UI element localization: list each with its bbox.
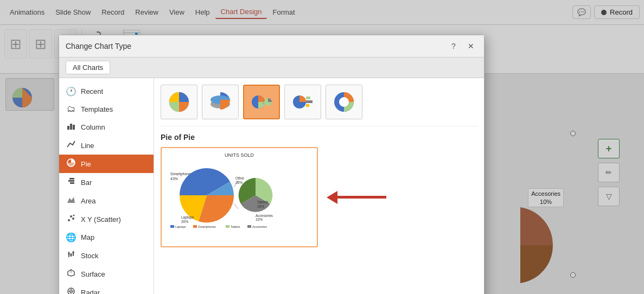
svg-text:Laptops: Laptops xyxy=(175,225,186,228)
chart-type-surface[interactable]: Surface xyxy=(59,265,154,283)
svg-text:20%: 20% xyxy=(181,220,188,223)
arrow-head-left xyxy=(327,191,337,204)
svg-text:10%: 10% xyxy=(256,218,263,221)
svg-text:Other: Other xyxy=(235,176,245,180)
subtype-pie-of-pie[interactable] xyxy=(243,85,280,119)
svg-text:Tablets: Tablets xyxy=(257,200,269,204)
templates-icon: 🗂 xyxy=(66,104,76,114)
chart-type-list: 🕐 Recent 🗂 Templates Column Line xyxy=(59,78,154,294)
chart-type-area[interactable]: Area xyxy=(59,191,154,210)
pie-icon xyxy=(66,158,76,169)
svg-rect-4 xyxy=(73,125,75,130)
chart-type-line[interactable]: Line xyxy=(59,136,154,155)
svg-text:Laptops: Laptops xyxy=(181,215,194,220)
svg-marker-10 xyxy=(67,197,75,203)
chart-type-templates[interactable]: 🗂 Templates xyxy=(59,100,154,118)
chart-type-line-label: Line xyxy=(81,142,94,150)
radar-icon xyxy=(66,287,76,294)
dialog-body: 🕐 Recent 🗂 Templates Column Line xyxy=(59,78,484,294)
svg-point-43 xyxy=(339,97,349,107)
chart-type-radar-label: Radar xyxy=(81,289,100,295)
subtype-donut[interactable] xyxy=(326,85,362,119)
svg-text:Tablets: Tablets xyxy=(231,225,240,228)
chart-type-templates-label: Templates xyxy=(81,105,113,113)
recent-icon: 🕐 xyxy=(66,86,76,97)
svg-point-12 xyxy=(70,215,72,218)
svg-rect-3 xyxy=(70,124,72,130)
chart-type-scatter-label: X Y (Scatter) xyxy=(81,215,121,223)
dialog-title-bar: Change Chart Type ? ✕ xyxy=(59,35,484,57)
svg-text:Accesories: Accesories xyxy=(256,214,273,218)
chart-type-pie-label: Pie xyxy=(81,160,91,168)
chart-type-column[interactable]: Column xyxy=(59,118,154,136)
svg-text:26%: 26% xyxy=(235,181,243,184)
svg-point-13 xyxy=(72,218,74,220)
change-chart-type-dialog: Change Chart Type ? ✕ All Charts 🕐 Recen… xyxy=(59,35,484,294)
svg-text:43%: 43% xyxy=(170,177,178,181)
dialog-title: Change Chart Type xyxy=(66,42,131,50)
area-icon xyxy=(66,195,76,206)
svg-rect-41 xyxy=(306,104,309,107)
preview-arrow xyxy=(327,191,386,204)
chart-type-column-label: Column xyxy=(81,123,105,131)
chart-type-radar[interactable]: Radar xyxy=(59,283,154,294)
svg-text:Accesories: Accesories xyxy=(252,225,267,228)
svg-rect-39 xyxy=(306,97,310,99)
svg-rect-9 xyxy=(70,182,74,184)
scatter-icon xyxy=(66,214,76,225)
svg-rect-62 xyxy=(247,225,251,228)
svg-rect-40 xyxy=(306,100,313,103)
line-icon xyxy=(66,140,76,151)
chart-title: UNITS SOLD xyxy=(166,152,313,158)
svg-point-11 xyxy=(68,219,70,221)
chart-type-scatter[interactable]: X Y (Scatter) xyxy=(59,210,154,228)
chart-type-area-label: Area xyxy=(81,197,95,205)
stock-icon xyxy=(66,250,76,261)
selected-chart-name: Pie of Pie xyxy=(161,133,477,142)
tab-all-charts[interactable]: All Charts xyxy=(66,61,110,74)
chart-type-map-label: Map xyxy=(81,233,94,241)
chart-type-surface-label: Surface xyxy=(81,270,105,278)
chart-type-pie[interactable]: Pie xyxy=(59,155,154,173)
preview-chart-svg: Smartphones 43% xyxy=(166,160,296,231)
dialog-help-button[interactable]: ? xyxy=(447,40,460,53)
svg-rect-60 xyxy=(226,225,229,228)
chart-type-stock-label: Stock xyxy=(81,252,99,260)
svg-rect-56 xyxy=(170,225,174,228)
subtype-pie1[interactable] xyxy=(161,85,197,119)
chart-type-stock[interactable]: Stock xyxy=(59,246,154,265)
chart-type-map[interactable]: 🌐 Map xyxy=(59,228,154,246)
svg-rect-8 xyxy=(68,180,74,182)
svg-point-14 xyxy=(73,215,75,216)
chart-type-recent[interactable]: 🕐 Recent xyxy=(59,82,154,100)
chart-preview-area: Pie of Pie UNITS SOLD Smartphones 43% xyxy=(154,78,484,294)
svg-rect-58 xyxy=(193,225,197,228)
map-icon: 🌐 xyxy=(66,232,76,242)
arrow-body xyxy=(337,196,386,199)
preview-container: UNITS SOLD Smartphones 43% xyxy=(161,147,477,247)
svg-rect-7 xyxy=(69,178,74,180)
svg-rect-2 xyxy=(67,126,69,130)
subtype-pie2[interactable] xyxy=(202,85,239,119)
subtype-bar-of-pie[interactable] xyxy=(284,85,321,119)
chart-type-bar-label: Bar xyxy=(81,178,92,187)
svg-text:Smartphones: Smartphones xyxy=(198,225,216,228)
chart-type-recent-label: Recent xyxy=(81,87,103,95)
dialog-controls: ? ✕ xyxy=(447,40,477,53)
surface-icon xyxy=(66,269,76,279)
chart-type-bar[interactable]: Bar xyxy=(59,173,154,191)
chart-subtypes-row xyxy=(161,85,477,126)
dialog-close-button[interactable]: ✕ xyxy=(464,40,477,53)
dialog-tabs: All Charts xyxy=(59,57,484,78)
bar-icon xyxy=(66,177,76,188)
svg-line-47 xyxy=(234,203,238,209)
chart-preview-box: UNITS SOLD Smartphones 43% xyxy=(161,147,318,247)
column-icon xyxy=(66,122,76,132)
svg-text:18%: 18% xyxy=(257,204,264,208)
